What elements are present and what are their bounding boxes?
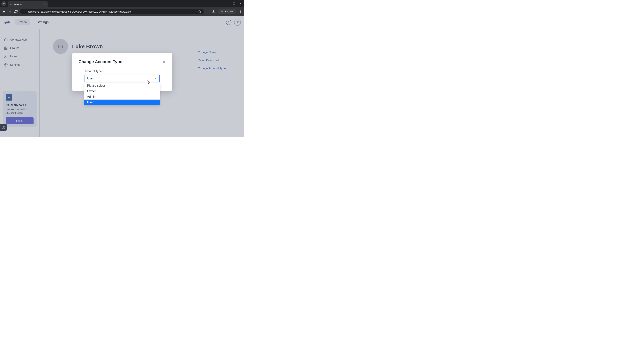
maximize-icon[interactable]: ❐	[233, 2, 235, 5]
account-type-label: Account Type	[84, 69, 166, 73]
downloads-icon[interactable]	[212, 10, 215, 13]
dropdown-option-user[interactable]: User	[84, 99, 160, 105]
forward-button[interactable]	[8, 9, 12, 13]
modal-close-button[interactable]: ✕	[162, 59, 166, 64]
incognito-badge[interactable]: Incognito	[218, 9, 236, 14]
dropdown-option-owner[interactable]: Owner	[84, 88, 160, 94]
browser-tab[interactable]: Robin AI ✕	[8, 1, 48, 7]
svg-point-4	[240, 10, 241, 11]
window-controls: — ❐ ✕	[226, 2, 243, 5]
chevron-down-icon	[154, 77, 157, 80]
tab-close-icon[interactable]: ✕	[44, 3, 46, 6]
close-window-icon[interactable]: ✕	[239, 2, 242, 5]
svg-point-2	[221, 11, 222, 12]
tab-favicon-icon	[10, 3, 12, 6]
minimize-icon[interactable]: —	[226, 2, 229, 5]
svg-point-6	[240, 12, 241, 13]
site-settings-icon[interactable]	[22, 10, 26, 13]
account-type-select[interactable]: User	[84, 75, 160, 82]
incognito-label: Incognito	[224, 10, 234, 13]
select-value: User	[87, 77, 94, 80]
accessibility-button[interactable]	[0, 124, 7, 131]
extensions-icon[interactable]	[206, 10, 209, 13]
browser-tab-bar: Robin AI ✕ + — ❐ ✕	[0, 0, 244, 7]
svg-point-5	[240, 11, 241, 12]
tab-search-button[interactable]	[1, 1, 6, 6]
bookmark-icon[interactable]	[198, 10, 202, 13]
incognito-icon	[220, 10, 223, 13]
dropdown-option-please-select[interactable]: Please select	[84, 83, 160, 88]
dropdown-option-admin[interactable]: Admin	[84, 94, 160, 99]
menu-icon[interactable]	[239, 10, 242, 13]
svg-point-14	[3, 126, 4, 127]
browser-toolbar: app.robinai.co.uk/review/settings/users/…	[0, 7, 244, 16]
address-bar[interactable]: app.robinai.co.uk/review/settings/users/…	[20, 9, 204, 14]
url-text: app.robinai.co.uk/review/settings/users/…	[28, 10, 196, 13]
reload-button[interactable]	[14, 9, 18, 13]
tab-title: Robin AI	[14, 3, 42, 6]
back-button[interactable]	[2, 9, 6, 13]
accessibility-icon	[2, 125, 5, 129]
svg-point-3	[222, 11, 223, 12]
new-tab-button[interactable]: +	[50, 2, 52, 6]
modal-title: Change Account Type	[78, 59, 122, 64]
account-type-dropdown: Please select Owner Admin User	[84, 83, 160, 105]
